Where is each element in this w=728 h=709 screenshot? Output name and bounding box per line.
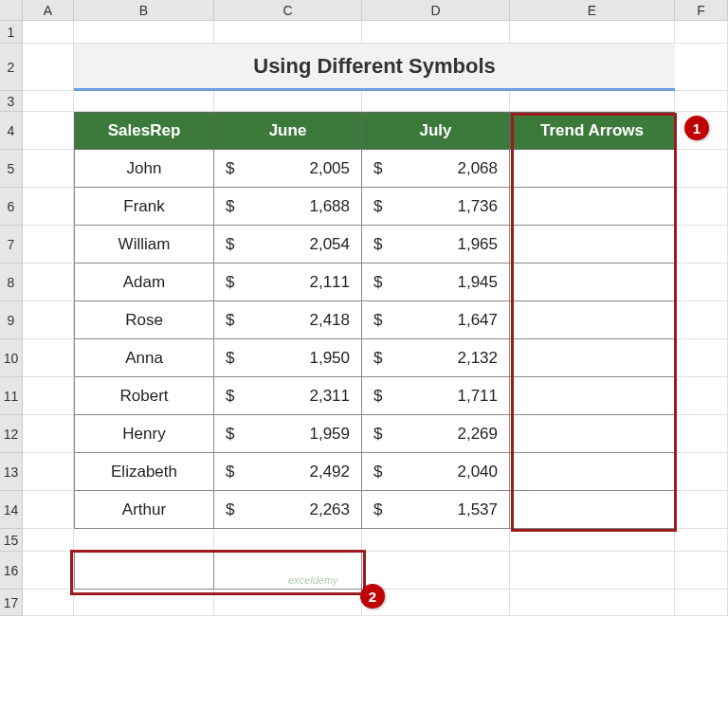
cell[interactable] bbox=[23, 552, 74, 590]
table-cell-july[interactable]: $1,537 bbox=[362, 491, 510, 529]
table-cell-trend[interactable] bbox=[510, 339, 675, 377]
row-header-10[interactable]: 10 bbox=[0, 339, 22, 377]
row-header-17[interactable]: 17 bbox=[0, 590, 22, 616]
row-header-15[interactable]: 15 bbox=[0, 529, 22, 552]
row-header-11[interactable]: 11 bbox=[0, 377, 22, 415]
cell[interactable] bbox=[214, 529, 362, 552]
table-cell-june[interactable]: $2,492 bbox=[214, 453, 362, 491]
table-cell-trend[interactable] bbox=[510, 150, 675, 188]
cell[interactable] bbox=[23, 377, 74, 415]
cell[interactable] bbox=[23, 91, 74, 112]
cell[interactable] bbox=[23, 226, 74, 264]
cell[interactable] bbox=[74, 529, 214, 552]
cell[interactable] bbox=[510, 21, 675, 44]
cell[interactable] bbox=[675, 453, 728, 491]
cell[interactable] bbox=[23, 264, 74, 301]
cell[interactable] bbox=[675, 188, 728, 226]
cell[interactable] bbox=[23, 301, 74, 339]
title-cell[interactable]: Using Different Symbols bbox=[74, 44, 675, 91]
table-cell-trend[interactable] bbox=[510, 491, 675, 529]
cell[interactable] bbox=[675, 21, 728, 44]
table-cell-name[interactable]: Rose bbox=[74, 301, 214, 339]
cell[interactable] bbox=[362, 552, 510, 590]
cell[interactable] bbox=[675, 377, 728, 415]
table-cell-june[interactable]: $2,111 bbox=[214, 264, 362, 301]
cell[interactable] bbox=[23, 529, 74, 552]
table-cell-trend[interactable] bbox=[510, 415, 675, 453]
cell[interactable] bbox=[510, 590, 675, 616]
cell[interactable] bbox=[214, 21, 362, 44]
cell[interactable] bbox=[23, 453, 74, 491]
header-june[interactable]: June bbox=[214, 112, 362, 150]
row-header-14[interactable]: 14 bbox=[0, 491, 22, 529]
cell[interactable] bbox=[23, 21, 74, 44]
table-cell-trend[interactable] bbox=[510, 264, 675, 301]
cell[interactable] bbox=[23, 150, 74, 188]
table-cell-july[interactable]: $1,647 bbox=[362, 301, 510, 339]
row-header-2[interactable]: 2 bbox=[0, 44, 22, 91]
table-cell-june[interactable]: $2,054 bbox=[214, 226, 362, 264]
cell[interactable] bbox=[23, 188, 74, 226]
table-cell-july[interactable]: $2,068 bbox=[362, 150, 510, 188]
select-all-corner[interactable] bbox=[0, 0, 23, 21]
table-cell-name[interactable]: Frank bbox=[74, 188, 214, 226]
table-cell-july[interactable]: $1,736 bbox=[362, 188, 510, 226]
row-header-6[interactable]: 6 bbox=[0, 188, 22, 226]
table-cell-july[interactable]: $1,965 bbox=[362, 226, 510, 264]
col-header-f[interactable]: F bbox=[675, 0, 728, 20]
cell[interactable] bbox=[675, 91, 728, 112]
table-cell-july[interactable]: $2,269 bbox=[362, 415, 510, 453]
cell[interactable] bbox=[510, 529, 675, 552]
col-header-e[interactable]: E bbox=[510, 0, 675, 20]
table-cell-june[interactable]: $2,311 bbox=[214, 377, 362, 415]
row-header-12[interactable]: 12 bbox=[0, 415, 22, 453]
row-header-5[interactable]: 5 bbox=[0, 150, 22, 188]
table-cell-name[interactable]: Henry bbox=[74, 415, 214, 453]
header-july[interactable]: July bbox=[362, 112, 510, 150]
cell[interactable] bbox=[675, 339, 728, 377]
cell[interactable] bbox=[74, 21, 214, 44]
col-header-a[interactable]: A bbox=[23, 0, 74, 20]
table-cell-name[interactable]: Robert bbox=[74, 377, 214, 415]
cell[interactable] bbox=[675, 415, 728, 453]
worksheet-area[interactable]: Using Different Symbols SalesRep June Ju… bbox=[23, 21, 728, 709]
table-cell-name[interactable]: William bbox=[74, 226, 214, 264]
table-cell-june[interactable]: $2,418 bbox=[214, 301, 362, 339]
cell-b16[interactable] bbox=[74, 552, 214, 590]
cell[interactable] bbox=[675, 590, 728, 616]
cell[interactable] bbox=[362, 91, 510, 112]
cell[interactable] bbox=[675, 44, 728, 91]
table-cell-name[interactable]: Anna bbox=[74, 339, 214, 377]
cell[interactable] bbox=[675, 301, 728, 339]
table-cell-june[interactable]: $2,005 bbox=[214, 150, 362, 188]
table-cell-trend[interactable] bbox=[510, 453, 675, 491]
cell[interactable] bbox=[214, 590, 362, 616]
table-cell-name[interactable]: John bbox=[74, 150, 214, 188]
col-header-c[interactable]: C bbox=[214, 0, 362, 20]
row-header-9[interactable]: 9 bbox=[0, 301, 22, 339]
cell[interactable] bbox=[675, 150, 728, 188]
cell[interactable] bbox=[510, 552, 675, 590]
table-cell-name[interactable]: Arthur bbox=[74, 491, 214, 529]
header-trend[interactable]: Trend Arrows bbox=[510, 112, 675, 150]
cell[interactable] bbox=[675, 264, 728, 301]
cell[interactable] bbox=[23, 339, 74, 377]
table-cell-june[interactable]: $2,263 bbox=[214, 491, 362, 529]
table-cell-june[interactable]: $1,950 bbox=[214, 339, 362, 377]
header-salesrep[interactable]: SalesRep bbox=[74, 112, 214, 150]
row-header-1[interactable]: 1 bbox=[0, 21, 22, 44]
col-header-b[interactable]: B bbox=[74, 0, 214, 20]
row-header-7[interactable]: 7 bbox=[0, 226, 22, 264]
cell[interactable] bbox=[675, 552, 728, 590]
row-header-3[interactable]: 3 bbox=[0, 91, 22, 112]
cell[interactable] bbox=[510, 91, 675, 112]
table-cell-trend[interactable] bbox=[510, 188, 675, 226]
cell[interactable] bbox=[23, 590, 74, 616]
row-header-4[interactable]: 4 bbox=[0, 112, 22, 150]
cell[interactable] bbox=[23, 44, 74, 91]
row-header-8[interactable]: 8 bbox=[0, 264, 22, 301]
table-cell-trend[interactable] bbox=[510, 377, 675, 415]
row-header-16[interactable]: 16 bbox=[0, 552, 22, 590]
cell[interactable] bbox=[214, 91, 362, 112]
cell[interactable] bbox=[362, 529, 510, 552]
